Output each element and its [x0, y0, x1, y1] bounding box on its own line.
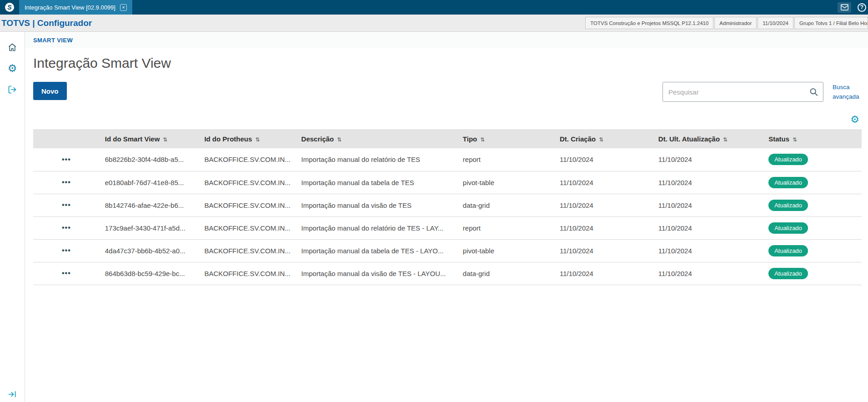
totvs-logo-mark: S: [5, 3, 14, 12]
cell-tipo: data-grid: [457, 194, 554, 216]
breadcrumb: SMART VIEW: [25, 32, 868, 48]
row-actions-button[interactable]: •••: [59, 200, 74, 210]
sort-icon[interactable]: ⇅: [599, 136, 603, 143]
cell-actions: •••: [33, 171, 100, 194]
expand-icon: [8, 390, 17, 399]
cell-actions: •••: [33, 194, 100, 216]
cell-id-protheus: BACKOFFICE.SV.COM.IN...: [199, 171, 296, 194]
search-box: [662, 82, 823, 102]
totvs-logo[interactable]: S: [0, 3, 19, 12]
table-body: ••• 6b8226b2-30f4-4d8b-a5... BACKOFFICE.…: [33, 148, 862, 285]
table-settings-icon[interactable]: ⚙: [850, 115, 859, 125]
toolbar-right: Busca avançada: [662, 82, 862, 102]
cell-status: Atualizado: [763, 216, 862, 239]
cell-status: Atualizado: [763, 239, 862, 262]
cell-status: Atualizado: [763, 148, 862, 171]
status-badge: Atualizado: [768, 177, 808, 188]
sort-icon[interactable]: ⇅: [793, 136, 797, 143]
cell-descricao: Importação manual da tabela de TES: [296, 171, 457, 194]
sort-icon[interactable]: ⇅: [255, 136, 260, 143]
table-row: ••• 864b63d8-bc59-429e-bc... BACKOFFICE.…: [33, 262, 862, 285]
logout-icon: [8, 85, 17, 94]
messages-button[interactable]: [838, 2, 851, 13]
column-header[interactable]: Tipo⇅: [457, 129, 554, 148]
column-header[interactable]: Status⇅: [763, 129, 862, 148]
cell-id-smart-view: 6b8226b2-30f4-4d8b-a5...: [100, 148, 199, 171]
novo-button[interactable]: Novo: [33, 82, 67, 100]
gear-icon: ⚙: [8, 62, 17, 74]
sort-icon[interactable]: ⇅: [480, 136, 485, 143]
row-actions-button[interactable]: •••: [59, 177, 74, 187]
cell-tipo: pivot-table: [457, 171, 554, 194]
column-header[interactable]: Id do Protheus⇅: [199, 129, 296, 148]
cell-descricao: Importação manual da visão de TES: [296, 194, 457, 216]
cell-dt-criacao: 11/10/2024: [554, 148, 653, 171]
sidebar-settings-button[interactable]: ⚙: [8, 63, 17, 74]
sort-icon[interactable]: ⇅: [337, 136, 341, 143]
app-shell: ⚙ SMART VIEW: [0, 32, 868, 402]
cell-id-smart-view: 864b63d8-bc59-429e-bc...: [100, 262, 199, 285]
cell-actions: •••: [33, 262, 100, 285]
cell-descricao: Importação manual da visão de TES - LAYO…: [296, 262, 457, 285]
cell-dt-ult-atualizacao: 11/10/2024: [653, 171, 763, 194]
row-actions-button[interactable]: •••: [59, 246, 74, 256]
search-input[interactable]: [662, 82, 823, 102]
status-badge: Atualizado: [768, 245, 808, 256]
sort-icon[interactable]: ⇅: [163, 136, 167, 143]
cell-actions: •••: [33, 216, 100, 239]
cell-id-protheus: BACKOFFICE.SV.COM.IN...: [199, 148, 296, 171]
cell-dt-ult-atualizacao: 11/10/2024: [653, 148, 763, 171]
cell-status: Atualizado: [763, 262, 862, 285]
cell-dt-criacao: 11/10/2024: [554, 194, 653, 216]
environment-info: TOTVS Construção e Projetos MSSQL P12.1.…: [585, 17, 713, 29]
user-info: Administrador: [714, 17, 757, 29]
cell-actions: •••: [33, 239, 100, 262]
search-icon[interactable]: [809, 87, 818, 97]
more-options-icon: •••: [62, 201, 71, 209]
table-row: ••• e0180abf-76d7-41e8-85... BACKOFFICE.…: [33, 171, 862, 194]
cell-descricao: Importação manual da tabela de TES - LAY…: [296, 239, 457, 262]
sidebar-logout-button[interactable]: [8, 85, 17, 94]
column-header-actions: [33, 129, 100, 148]
row-actions-button[interactable]: •••: [59, 223, 74, 233]
more-options-icon: •••: [62, 178, 71, 186]
cell-id-smart-view: 8b142746-afae-422e-b6...: [100, 194, 199, 216]
breadcrumb-item-smart-view[interactable]: SMART VIEW: [33, 37, 73, 44]
more-options-icon: •••: [62, 224, 71, 231]
cell-id-smart-view: 173c9aef-3430-471f-a5d...: [100, 216, 199, 239]
cell-id-protheus: BACKOFFICE.SV.COM.IN...: [199, 194, 296, 216]
toolbar: Novo Busca avançada: [33, 82, 862, 102]
cell-dt-ult-atualizacao: 11/10/2024: [653, 239, 763, 262]
column-header[interactable]: Descrição⇅: [296, 129, 457, 148]
row-actions-button[interactable]: •••: [59, 155, 74, 165]
more-options-icon: •••: [62, 269, 71, 277]
cell-dt-criacao: 11/10/2024: [554, 171, 653, 194]
column-header[interactable]: Dt. Criação⇅: [554, 129, 653, 148]
tab-close-icon[interactable]: ×: [120, 4, 127, 11]
page-body: Integração Smart View Novo Busca avançad: [25, 48, 868, 285]
sidebar-home-button[interactable]: [8, 43, 17, 52]
advanced-search-link[interactable]: Busca avançada: [833, 83, 862, 102]
tab-integracao-smart-view[interactable]: Integração Smart View [02.9.0099] ×: [19, 0, 132, 15]
cell-descricao: Importação manual do relatório de TES: [296, 148, 457, 171]
cell-id-protheus: BACKOFFICE.SV.COM.IN...: [199, 262, 296, 285]
app-header: TOTVS | Configurador TOTVS Construção e …: [0, 15, 868, 32]
smart-view-table: Id do Smart View⇅Id do Protheus⇅Descriçã…: [33, 129, 862, 285]
cell-dt-ult-atualizacao: 11/10/2024: [653, 194, 763, 216]
column-header[interactable]: Id do Smart View⇅: [100, 129, 199, 148]
cell-id-smart-view: 4da47c37-bb6b-4b52-a0...: [100, 239, 199, 262]
status-badge: Atualizado: [768, 200, 808, 211]
sidebar: ⚙: [0, 32, 25, 402]
table-row: ••• 4da47c37-bb6b-4b52-a0... BACKOFFICE.…: [33, 239, 862, 262]
row-actions-button[interactable]: •••: [59, 268, 74, 278]
cell-tipo: pivot-table: [457, 239, 554, 262]
main-content: SMART VIEW Integração Smart View Novo: [25, 32, 868, 402]
cell-dt-criacao: 11/10/2024: [554, 216, 653, 239]
sort-icon[interactable]: ⇅: [723, 136, 728, 143]
column-header[interactable]: Dt. Ult. Atualização⇅: [653, 129, 763, 148]
sidebar-expand-button[interactable]: [0, 390, 25, 399]
cell-dt-criacao: 11/10/2024: [554, 262, 653, 285]
mail-icon: [841, 4, 848, 10]
cell-tipo: report: [457, 216, 554, 239]
help-button[interactable]: ?: [858, 3, 866, 12]
